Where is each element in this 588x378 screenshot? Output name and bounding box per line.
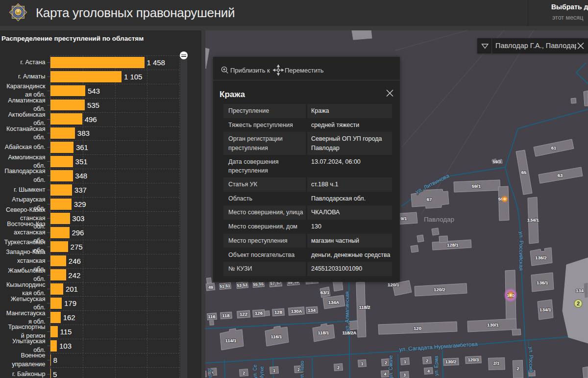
svg-text:ул. Россий: ул. Россий [528,347,534,372]
svg-text:2: 2 [426,358,428,363]
svg-text:134/1: 134/1 [539,307,551,312]
svg-text:136/2: 136/2 [535,255,547,260]
svg-text:51: 51 [220,284,224,289]
svg-text:118/2: 118/2 [359,304,370,310]
svg-text:2: 2 [577,301,580,306]
svg-text:136/1: 136/1 [537,280,548,285]
svg-text:53: 53 [243,282,247,287]
svg-text:2: 2 [385,360,387,365]
svg-text:ул. Ерма: ул. Ерма [434,355,439,376]
svg-text:4: 4 [427,369,430,374]
svg-text:67: 67 [427,197,432,202]
svg-text:134/1: 134/1 [527,217,539,223]
svg-text:Павлодар: Павлодар [424,216,454,223]
svg-text:118/1: 118/1 [318,330,329,335]
svg-text:Мутке: Мутке [259,366,265,378]
svg-text:ул. Льво: ул. Льво [299,360,305,378]
svg-text:63: 63 [558,173,563,178]
svg-text:126: 126 [255,310,263,316]
svg-text:63/1: 63/1 [320,290,330,295]
svg-text:128/1: 128/1 [447,242,459,248]
svg-text:134: 134 [576,288,584,293]
svg-text:53: 53 [237,283,242,288]
svg-text:59/1: 59/1 [472,183,481,189]
svg-text:2: 2 [516,366,519,371]
svg-text:4: 4 [384,372,387,377]
svg-text:130/1: 130/1 [487,322,499,328]
svg-text:120: 120 [414,326,421,331]
svg-text:ул. Се: ул. Се [252,364,258,378]
svg-text:116: 116 [208,314,215,319]
svg-text:ул. Алматинская: ул. Алматинская [344,291,350,331]
svg-text:130/2: 130/2 [445,359,457,364]
svg-text:59/3: 59/3 [493,159,501,164]
svg-text:118: 118 [222,313,229,318]
svg-text:ул. Смоле: ул. Смоле [388,355,393,378]
svg-text:ул. Российская: ул. Российская [518,231,524,271]
svg-text:2: 2 [243,371,245,376]
svg-text:2/1: 2/1 [493,361,500,366]
svg-text:9/1: 9/1 [400,216,407,221]
svg-text:ул. Сагадата Нурмагамбетова: ул. Сагадата Нурмагамбетова [399,341,478,352]
svg-text:51: 51 [225,283,230,288]
svg-text:1: 1 [273,368,275,373]
svg-text:120/3: 120/3 [468,357,479,362]
svg-text:65: 65 [521,170,527,175]
svg-text:116/1: 116/1 [270,334,282,339]
svg-text:1: 1 [361,361,364,366]
svg-text:3: 3 [403,373,406,378]
svg-text:120/1: 120/1 [388,282,399,287]
svg-text:130A: 130A [291,308,302,314]
svg-text:120/2: 120/2 [434,287,445,292]
svg-text:61: 61 [551,145,557,151]
svg-text:2: 2 [337,365,340,370]
svg-text:114/1: 114/1 [225,338,237,343]
svg-text:55: 55 [253,282,258,287]
svg-text:134: 134 [308,307,316,313]
svg-text:122: 122 [240,311,247,317]
svg-text:49: 49 [208,285,213,290]
svg-text:1: 1 [404,359,406,364]
svg-text:55: 55 [259,281,264,286]
svg-text:134A: 134A [328,300,340,305]
svg-text:ул. Р: ул. Р [208,368,213,378]
svg-text:128: 128 [274,309,282,315]
